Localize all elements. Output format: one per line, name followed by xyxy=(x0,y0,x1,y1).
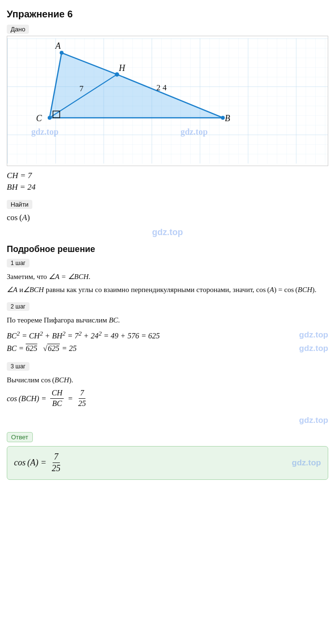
step-3-text1: Вычислим cos (BCH). xyxy=(7,375,328,386)
step-2-eq1: BC2 = CH2 + BH2 = 72 + 242 = 49 + 576 = … xyxy=(7,330,160,340)
watermark-step2: gdz.top xyxy=(299,330,328,340)
step-1-text2: ∠A и∠BCH равны как углы со взаимно перпе… xyxy=(7,284,328,295)
watermark-bottom: gdz.top xyxy=(7,416,328,425)
given-ch: CH = 7 xyxy=(7,171,328,181)
step-2: 2 шаг По теореме Пифагора вычислим BC. B… xyxy=(7,302,328,355)
find-expr-text: cos (A) xyxy=(7,213,30,222)
svg-text:2 4: 2 4 xyxy=(156,83,167,92)
watermark-answer: gdz.top xyxy=(66,458,321,468)
page-title: Упражнение 6 xyxy=(7,9,328,20)
svg-text:7: 7 xyxy=(80,84,84,93)
step-3-eq-equals: = xyxy=(68,394,73,403)
watermark-step2b: gdz.top xyxy=(299,344,328,353)
step-2-eq2: BC = 625 √625 = 25 xyxy=(7,344,77,353)
step-1: 1 шаг Заметим, что ∠A = ∠BCH. ∠A и∠BCH р… xyxy=(7,258,328,295)
find-badge: Найти xyxy=(7,200,32,209)
svg-point-11 xyxy=(48,116,52,120)
diagram: A H C B 7 2 4 gdz.top gdz.top xyxy=(7,36,328,166)
answer-cos-a: cos (A) = xyxy=(14,458,46,468)
find-expr: cos (A) xyxy=(7,213,328,223)
given-section: CH = 7 BH = 24 xyxy=(7,171,328,192)
answer-box: cos (A) = 7 25 gdz.top xyxy=(7,446,328,480)
diagram-svg: A H C B 7 2 4 gdz.top gdz.top xyxy=(7,36,328,166)
svg-point-12 xyxy=(221,116,225,120)
step-3-frac-7-25: 7 25 xyxy=(77,388,87,409)
step-1-badge: 1 шаг xyxy=(7,259,29,267)
solution-title: Подробное решение xyxy=(7,244,328,254)
answer-frac: 7 25 xyxy=(50,451,62,475)
step-2-text1: По теореме Пифагора вычислим BC. xyxy=(7,315,328,326)
answer-badge: Ответ xyxy=(7,432,33,442)
step-2-row2: BC = 625 √625 = 25 gdz.top xyxy=(7,342,328,355)
svg-text:gdz.top: gdz.top xyxy=(181,127,208,137)
svg-text:A: A xyxy=(55,41,61,51)
dado-badge: Дано xyxy=(7,25,29,34)
svg-text:H: H xyxy=(118,63,126,73)
step-3-badge: 3 шаг xyxy=(7,362,29,371)
svg-text:C: C xyxy=(36,113,42,123)
step-1-text1: Заметим, что ∠A = ∠BCH. xyxy=(7,271,328,282)
svg-text:B: B xyxy=(225,113,230,123)
svg-point-9 xyxy=(60,51,64,55)
watermark-center: gdz.top xyxy=(7,227,328,238)
step-2-badge: 2 шаг xyxy=(7,302,29,311)
step-3-cos: cos (BCH) = xyxy=(7,394,46,403)
given-bh: BH = 24 xyxy=(7,182,328,192)
step-3: 3 шаг Вычислим cos (BCH). cos (BCH) = CH… xyxy=(7,362,328,409)
step-3-frac-ch-bc: CH BC xyxy=(50,388,64,409)
step-2-row: BC2 = CH2 + BH2 = 72 + 242 = 49 + 576 = … xyxy=(7,328,328,342)
page: Упражнение 6 Дано xyxy=(0,0,335,490)
step-3-eq: cos (BCH) = CH BC = 7 25 xyxy=(7,388,328,409)
svg-text:gdz.top: gdz.top xyxy=(31,127,58,137)
